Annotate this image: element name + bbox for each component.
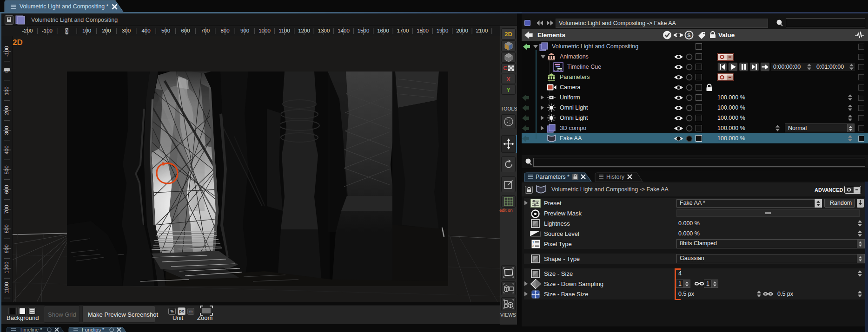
svg-text:2: 2 xyxy=(532,244,534,247)
svg-text:0: 0 xyxy=(66,29,68,34)
svg-text:S: S xyxy=(687,33,690,38)
svg-text:Timeline *: Timeline * xyxy=(20,327,42,332)
svg-text:1: 1 xyxy=(532,241,534,244)
svg-text:History: History xyxy=(606,174,625,180)
svg-text:Parameters *: Parameters * xyxy=(536,174,570,180)
svg-text:Funclips *: Funclips * xyxy=(82,327,105,332)
